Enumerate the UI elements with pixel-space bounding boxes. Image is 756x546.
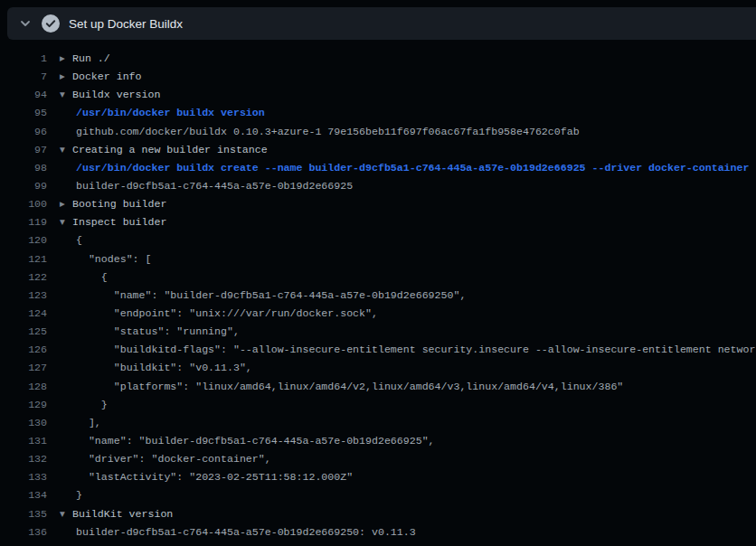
log-line: 95 /usr/bin/docker buildx version (0, 104, 756, 122)
log-group-line[interactable]: 119 ▼ Inspect builder (0, 213, 756, 231)
triangle-right-icon: ▶ (60, 50, 72, 68)
log-line-text: "endpoint": "unix:///var/run/docker.sock… (76, 305, 378, 323)
log-line-text: Booting builder (72, 195, 166, 213)
log-group-line[interactable]: 94 ▼ Buildx version (0, 86, 756, 104)
log-line: 121 "nodes": [ (0, 250, 756, 268)
triangle-down-icon: ▼ (60, 141, 72, 159)
log-line: 131 "name": "builder-d9cfb5a1-c764-445a-… (0, 432, 756, 450)
line-number: 128 (0, 378, 47, 396)
check-circle-icon (42, 14, 60, 33)
line-number: 96 (0, 123, 47, 141)
line-number: 129 (0, 396, 47, 414)
log-group-line[interactable]: 7 ▶ Docker info (0, 68, 756, 86)
log-line-text: github.com/docker/buildx 0.10.3+azure-1 … (76, 123, 580, 141)
triangle-down-icon: ▼ (60, 86, 72, 104)
line-number: 124 (0, 305, 47, 323)
log-line-text: builder-d9cfb5a1-c764-445a-a57e-0b19d2e6… (76, 177, 353, 195)
log-line-text: "name": "builder-d9cfb5a1-c764-445a-a57e… (76, 287, 466, 305)
log-line-text: Run ./ (72, 50, 110, 68)
log-line-text: "nodes": [ (76, 250, 152, 268)
triangle-right-icon: ▶ (60, 68, 72, 86)
line-number: 95 (0, 104, 47, 122)
line-number: 98 (0, 159, 47, 177)
log-line-text: "buildkitd-flags": "--allow-insecure-ent… (76, 341, 756, 359)
log-line-text: } (76, 396, 108, 414)
log-line: 125 "status": "running", (0, 323, 756, 341)
log-line-text: Inspect builder (72, 213, 166, 231)
log-line: 133 "lastActivity": "2023-02-25T11:58:12… (0, 468, 756, 486)
log-line-text: { (76, 231, 82, 249)
log-line-text: "platforms": "linux/amd64,linux/amd64/v2… (76, 378, 623, 396)
line-number: 135 (0, 505, 47, 523)
log-line: 132 "driver": "docker-container", (0, 450, 756, 468)
line-number: 100 (0, 195, 47, 213)
actions-log-viewer: Set up Docker Buildx 1 ▶ Run ./ 7 ▶ Dock… (0, 7, 756, 546)
log-line: 130 ], (0, 414, 756, 432)
triangle-right-icon: ▶ (60, 195, 72, 213)
log-line-text: "driver": "docker-container", (76, 450, 271, 468)
line-number: 121 (0, 250, 47, 268)
log-line: 126 "buildkitd-flags": "--allow-insecure… (0, 341, 756, 359)
log-line-text: "buildkit": "v0.11.3", (76, 359, 252, 377)
line-number: 97 (0, 141, 47, 159)
log-lines-container: 1 ▶ Run ./ 7 ▶ Docker info 94 ▼ Buildx v… (0, 50, 756, 541)
log-line: 123 "name": "builder-d9cfb5a1-c764-445a-… (0, 287, 756, 305)
line-number: 126 (0, 341, 47, 359)
log-group-line[interactable]: 135 ▼ BuildKit version (0, 505, 756, 523)
line-number: 125 (0, 323, 47, 341)
log-line: 134 } (0, 486, 756, 504)
line-number: 130 (0, 414, 47, 432)
log-line-text: } (76, 486, 82, 504)
log-line-text: BuildKit version (72, 505, 173, 523)
log-line: 122 { (0, 268, 756, 287)
log-line: 98 /usr/bin/docker buildx create --name … (0, 159, 756, 177)
log-line-text: Buildx version (72, 86, 160, 104)
log-group-line[interactable]: 1 ▶ Run ./ (0, 50, 756, 68)
line-number: 99 (0, 177, 47, 195)
line-number: 1 (0, 50, 47, 68)
log-line-text: "lastActivity": "2023-02-25T11:58:12.000… (76, 468, 353, 486)
line-number: 127 (0, 359, 47, 377)
log-line: 128 "platforms": "linux/amd64,linux/amd6… (0, 378, 756, 396)
log-line-text: /usr/bin/docker buildx version (76, 104, 265, 122)
log-line: 120 { (0, 231, 756, 249)
log-line-text: { (76, 268, 108, 287)
line-number: 120 (0, 231, 47, 249)
line-number: 133 (0, 468, 47, 486)
line-number: 132 (0, 450, 47, 468)
log-line: 127 "buildkit": "v0.11.3", (0, 359, 756, 377)
step-header[interactable]: Set up Docker Buildx (7, 7, 756, 40)
log-line-text: Docker info (72, 68, 142, 86)
log-line: 96 github.com/docker/buildx 0.10.3+azure… (0, 123, 756, 141)
log-group-line[interactable]: 100 ▶ Booting builder (0, 195, 756, 213)
log-line: 99 builder-d9cfb5a1-c764-445a-a57e-0b19d… (0, 177, 756, 195)
line-number: 136 (0, 523, 47, 541)
line-number: 119 (0, 213, 47, 231)
log-line: 136 builder-d9cfb5a1-c764-445a-a57e-0b19… (0, 523, 756, 541)
log-line-text: "name": "builder-d9cfb5a1-c764-445a-a57e… (76, 432, 435, 450)
line-number: 134 (0, 486, 47, 504)
log-line-text: "status": "running", (76, 323, 240, 341)
line-number: 7 (0, 68, 47, 86)
log-line: 124 "endpoint": "unix:///var/run/docker.… (0, 305, 756, 323)
line-number: 131 (0, 432, 47, 450)
log-line-text: builder-d9cfb5a1-c764-445a-a57e-0b19d2e6… (76, 523, 416, 541)
line-number: 123 (0, 287, 47, 305)
log-line-text: Creating a new builder instance (72, 141, 268, 159)
triangle-down-icon: ▼ (60, 213, 72, 231)
chevron-down-icon[interactable] (20, 18, 31, 29)
triangle-down-icon: ▼ (60, 505, 72, 523)
log-line-text: ], (76, 414, 101, 432)
log-line-text: /usr/bin/docker buildx create --name bui… (76, 159, 749, 177)
step-title: Set up Docker Buildx (69, 17, 183, 31)
log-group-line[interactable]: 97 ▼ Creating a new builder instance (0, 141, 756, 159)
log-line: 129 } (0, 396, 756, 414)
line-number: 122 (0, 268, 47, 287)
line-number: 94 (0, 86, 47, 104)
